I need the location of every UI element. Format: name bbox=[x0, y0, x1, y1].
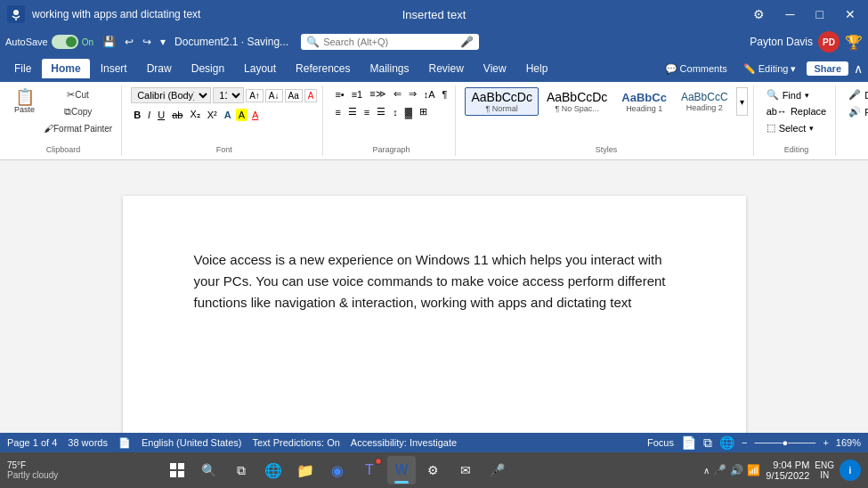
tab-review[interactable]: Review bbox=[420, 59, 473, 78]
strikethrough-btn[interactable]: ab bbox=[169, 109, 185, 121]
style-heading1[interactable]: AaBbCc Heading 1 bbox=[615, 88, 673, 116]
italic-btn[interactable]: I bbox=[145, 109, 153, 121]
replace-btn[interactable]: ab↔ Replace bbox=[763, 104, 831, 118]
copy-btn[interactable]: ⧉ Copy bbox=[40, 104, 116, 119]
minimize-btn[interactable]: ─ bbox=[781, 5, 800, 23]
align-right-btn[interactable]: ≡ bbox=[361, 106, 372, 118]
ribbon-collapse-btn[interactable]: ∧ bbox=[854, 61, 863, 76]
clear-format-btn[interactable]: A bbox=[304, 89, 318, 102]
tray-arrow[interactable]: ∧ bbox=[703, 466, 710, 476]
rewards-icon[interactable]: 🏆 bbox=[845, 34, 863, 51]
clock[interactable]: 9:04 PM 9/15/2022 bbox=[766, 460, 809, 481]
highlight-btn[interactable]: A bbox=[236, 109, 247, 121]
tab-design[interactable]: Design bbox=[183, 59, 233, 78]
mail-app[interactable]: ✉ bbox=[451, 456, 480, 484]
speaker-icon[interactable]: 🔊 bbox=[730, 464, 743, 476]
justify-btn[interactable]: ☰ bbox=[374, 105, 388, 118]
decrease-indent-btn[interactable]: ⇐ bbox=[391, 87, 404, 101]
more-btn[interactable]: ▾ bbox=[157, 34, 169, 50]
view-single-icon[interactable]: 📄 bbox=[681, 435, 696, 450]
show-marks-btn[interactable]: ¶ bbox=[440, 88, 450, 101]
voice-app[interactable]: 🎤 bbox=[483, 456, 512, 484]
chrome-app[interactable]: ◉ bbox=[323, 456, 352, 484]
edge-app[interactable]: 🌐 bbox=[259, 456, 288, 484]
search-box[interactable]: 🔍 🎤 bbox=[301, 34, 479, 50]
mic-icon[interactable]: 🎤 bbox=[713, 464, 726, 476]
bold-btn[interactable]: B bbox=[131, 109, 143, 121]
comments-btn[interactable]: 💬 Comments bbox=[660, 61, 733, 77]
maximize-btn[interactable]: □ bbox=[811, 5, 829, 23]
style-no-space[interactable]: AaBbCcDc ¶ No Spac... bbox=[540, 87, 613, 116]
increase-indent-btn[interactable]: ⇒ bbox=[406, 87, 419, 101]
search-btn[interactable]: 🔍 bbox=[195, 456, 223, 484]
network-icon[interactable]: 📶 bbox=[747, 464, 760, 476]
zoom-level[interactable]: 169% bbox=[836, 437, 861, 448]
font-name-select[interactable]: Calibri (Body) bbox=[131, 87, 211, 103]
voice-search-icon[interactable]: 🎤 bbox=[460, 36, 474, 48]
focus-btn[interactable]: Focus bbox=[647, 437, 674, 448]
style-normal[interactable]: AaBbCcDc ¶ Normal bbox=[465, 87, 538, 116]
redo-btn[interactable]: ↪ bbox=[139, 34, 155, 50]
accessibility[interactable]: Accessibility: Investigate bbox=[351, 437, 457, 448]
zoom-slider[interactable]: ────●──── bbox=[754, 437, 815, 448]
settings-app[interactable]: ⚙ bbox=[419, 456, 448, 484]
format-painter-btn[interactable]: 🖌 Format Painter bbox=[40, 121, 116, 135]
grow-font-btn[interactable]: A↑ bbox=[246, 89, 264, 102]
dictate-btn[interactable]: 🎤 Dictate ▾ bbox=[845, 87, 868, 102]
share-btn[interactable]: Share bbox=[807, 61, 848, 76]
subscript-btn[interactable]: X₂ bbox=[187, 108, 202, 121]
autosave-toggle[interactable] bbox=[52, 35, 78, 49]
explorer-app[interactable]: 📁 bbox=[291, 456, 320, 484]
tab-mailings[interactable]: Mailings bbox=[361, 59, 418, 78]
document-content[interactable]: Voice access is a new experience on Wind… bbox=[194, 249, 675, 313]
lang-indicator[interactable]: ENG IN bbox=[815, 460, 834, 480]
notification-center-btn[interactable]: i bbox=[840, 460, 861, 481]
save-icon-btn[interactable]: 💾 bbox=[99, 34, 119, 50]
zoom-in-btn[interactable]: + bbox=[823, 437, 828, 448]
view-split-icon[interactable]: ⧉ bbox=[703, 435, 712, 451]
sort-btn[interactable]: ↕A bbox=[421, 88, 438, 101]
document-page[interactable]: Voice access is a new experience on Wind… bbox=[123, 196, 746, 433]
case-btn[interactable]: Aa bbox=[285, 89, 303, 102]
tab-draw[interactable]: Draw bbox=[138, 59, 181, 78]
underline-btn[interactable]: U bbox=[155, 109, 167, 121]
read-aloud-btn[interactable]: 🔊 Read Aloud bbox=[845, 104, 868, 119]
shading-btn[interactable]: ▓ bbox=[402, 106, 415, 118]
search-input[interactable] bbox=[323, 37, 457, 47]
tab-help[interactable]: Help bbox=[517, 59, 557, 78]
tab-insert[interactable]: Insert bbox=[92, 59, 136, 78]
style-heading2[interactable]: AaBbCcC Heading 2 bbox=[675, 88, 734, 115]
select-btn[interactable]: ⬚ Select ▾ bbox=[763, 120, 831, 135]
word-app[interactable]: W bbox=[387, 456, 416, 484]
tab-file[interactable]: File bbox=[5, 59, 40, 78]
find-btn[interactable]: 🔍 Find ▾ bbox=[763, 87, 831, 102]
numbering-btn[interactable]: ≡1 bbox=[349, 88, 366, 101]
styles-scroll-down[interactable]: ▾ bbox=[736, 87, 748, 116]
view-web-icon[interactable]: 🌐 bbox=[719, 435, 734, 450]
undo-btn[interactable]: ↩ bbox=[121, 34, 137, 50]
settings-btn[interactable]: ⚙ bbox=[748, 5, 770, 23]
start-btn[interactable] bbox=[163, 456, 191, 484]
tab-home[interactable]: Home bbox=[42, 59, 89, 78]
shrink-font-btn[interactable]: A↓ bbox=[265, 89, 283, 102]
tab-layout[interactable]: Layout bbox=[235, 59, 285, 78]
task-view-btn[interactable]: ⧉ bbox=[227, 456, 256, 484]
line-spacing-btn[interactable]: ↕ bbox=[390, 106, 401, 118]
language[interactable]: English (United States) bbox=[142, 437, 242, 448]
user-avatar[interactable]: PD bbox=[818, 31, 840, 53]
text-predictions[interactable]: Text Predictions: On bbox=[252, 437, 339, 448]
tab-view[interactable]: View bbox=[475, 59, 515, 78]
tab-references[interactable]: References bbox=[287, 59, 359, 78]
borders-btn[interactable]: ⊞ bbox=[417, 105, 430, 118]
teams-app[interactable]: T bbox=[355, 456, 384, 484]
zoom-out-btn[interactable]: − bbox=[742, 437, 747, 448]
text-effects-btn[interactable]: A bbox=[222, 109, 234, 121]
font-color-btn[interactable]: A bbox=[249, 109, 261, 121]
align-left-btn[interactable]: ≡ bbox=[332, 106, 343, 118]
multilevel-btn[interactable]: ≡≫ bbox=[367, 87, 388, 101]
close-btn[interactable]: ✕ bbox=[840, 5, 861, 23]
bullets-btn[interactable]: ≡• bbox=[332, 88, 346, 101]
editing-btn[interactable]: ✏️ Editing ▾ bbox=[738, 61, 802, 77]
paste-btn[interactable]: 📋 Paste bbox=[11, 87, 38, 116]
superscript-btn[interactable]: X² bbox=[205, 109, 220, 121]
